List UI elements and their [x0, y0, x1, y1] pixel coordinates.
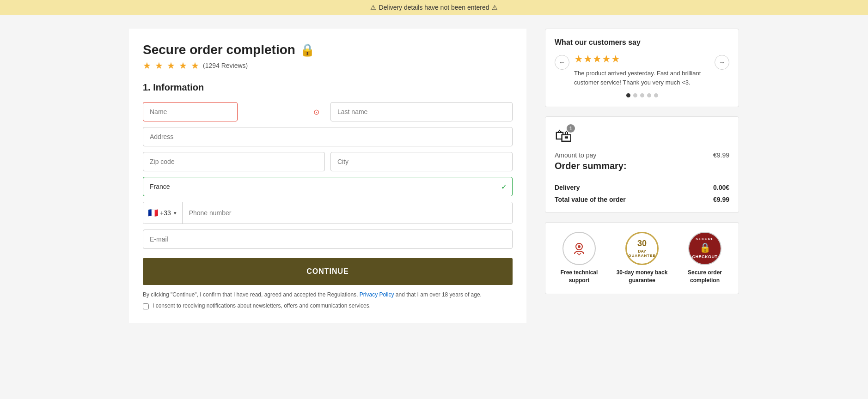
city-input[interactable] — [330, 152, 513, 171]
zip-city-row — [143, 152, 513, 171]
alert-message: Delivery details have not been entered — [379, 4, 489, 11]
star-4: ★ — [179, 60, 187, 71]
prefix-code: +33 — [160, 209, 171, 217]
phone-input[interactable] — [183, 202, 512, 224]
zip-input[interactable] — [143, 152, 325, 171]
left-panel: Secure order completion 🔒 ★ ★ ★ ★ ★ (129… — [129, 29, 526, 323]
secure-label: Secure order completion — [676, 269, 734, 284]
svg-point-1 — [578, 245, 581, 248]
reviews-card: What our customers say ← ★★★★★ The produ… — [545, 29, 739, 107]
flag-icon: 🇫🇷 — [148, 208, 158, 218]
alert-icon: ⚠ — [370, 4, 376, 11]
delivery-label: Delivery — [555, 184, 580, 191]
review-content: ★★★★★ The product arrived yesterday. Fas… — [574, 53, 710, 87]
dot-2 — [633, 93, 637, 97]
right-panel: What our customers say ← ★★★★★ The produ… — [545, 29, 739, 323]
phone-row: 🇫🇷 +33 ▼ — [143, 202, 513, 224]
phone-prefix[interactable]: 🇫🇷 +33 ▼ — [143, 202, 183, 224]
address-input[interactable] — [143, 127, 513, 146]
divider — [555, 178, 729, 178]
bag-icon-wrap: 🛍 1 — [555, 126, 572, 146]
dot-4 — [647, 93, 651, 97]
newsletter-checkbox[interactable] — [143, 303, 149, 309]
secure-bottom-text: CHECKOUT — [692, 254, 718, 260]
review-nav: ← ★★★★★ The product arrived yesterday. F… — [555, 53, 729, 87]
last-name-input[interactable] — [330, 102, 513, 121]
email-row — [143, 230, 513, 249]
consent-text: By clicking "Continue", I confirm that I… — [143, 291, 513, 298]
alert-banner: ⚠ Delivery details have not been entered… — [0, 0, 868, 15]
alert-icon-right: ⚠ — [492, 4, 498, 11]
page-title-row: Secure order completion 🔒 — [143, 42, 513, 57]
delivery-value: 0.00€ — [713, 184, 729, 191]
name-row: ⊙ — [143, 102, 513, 121]
secure-top-text: SECURE — [696, 237, 714, 242]
amount-row: Amount to pay €9.99 — [555, 151, 729, 159]
name-error-icon: ⊙ — [313, 108, 319, 116]
newsletter-row: I consent to receiving notifications abo… — [143, 302, 513, 309]
privacy-link[interactable]: Privacy Policy — [360, 291, 394, 298]
name-input-wrap: ⊙ — [143, 102, 325, 121]
delivery-row: Delivery 0.00€ — [555, 184, 729, 191]
amount-value: €9.99 — [713, 151, 729, 159]
prefix-dropdown-icon: ▼ — [173, 211, 177, 216]
dot-3 — [640, 93, 644, 97]
email-input[interactable] — [143, 230, 513, 249]
dot-1 — [626, 93, 630, 97]
next-review-button[interactable]: → — [715, 55, 729, 70]
newsletter-label: I consent to receiving notifications abo… — [153, 302, 371, 309]
last-name-field — [330, 102, 513, 121]
support-badge: Free technical support — [550, 232, 608, 284]
order-card: 🛍 1 Amount to pay €9.99 Order summary: D… — [545, 116, 739, 213]
star-3: ★ — [167, 60, 175, 71]
email-field — [143, 230, 513, 249]
lock-icon: 🔒 — [300, 43, 315, 57]
trust-badges: Free technical support 30 DAY GUARANTEE … — [545, 222, 739, 294]
star-2: ★ — [155, 60, 163, 71]
total-label: Total value of the order — [555, 196, 626, 203]
review-dots — [555, 93, 729, 97]
country-field: France Germany Spain Italy United Kingdo… — [143, 177, 513, 196]
money-day-label: DAY — [638, 249, 646, 254]
review-stars: ★★★★★ — [574, 53, 710, 65]
prev-review-button[interactable]: ← — [555, 55, 569, 70]
secure-lock-icon: 🔒 — [699, 242, 711, 254]
money-guarantee-label: GUARANTEE — [628, 254, 656, 258]
total-value: €9.99 — [713, 196, 729, 203]
country-row: France Germany Spain Italy United Kingdo… — [143, 177, 513, 196]
city-field — [330, 152, 513, 171]
dot-5 — [654, 93, 658, 97]
money-back-badge: 30 DAY GUARANTEE 30-day money back guara… — [613, 232, 671, 284]
continue-button[interactable]: CONTINUE — [143, 258, 513, 285]
address-row — [143, 127, 513, 146]
name-field: ⊙ — [143, 102, 325, 121]
secure-badge-icon: SECURE 🔒 CHECKOUT — [688, 232, 721, 265]
review-text: The product arrived yesterday. Fast and … — [574, 69, 710, 87]
address-field — [143, 127, 513, 146]
money-day-number: 30 — [637, 239, 647, 249]
country-select[interactable]: France Germany Spain Italy United Kingdo… — [143, 177, 513, 196]
money-badge-icon: 30 DAY GUARANTEE — [625, 232, 659, 265]
support-label: Free technical support — [550, 269, 608, 284]
secure-checkout-badge: SECURE 🔒 CHECKOUT Secure order completio… — [676, 232, 734, 284]
total-row: Total value of the order €9.99 — [555, 196, 729, 203]
main-layout: Secure order completion 🔒 ★ ★ ★ ★ ★ (129… — [110, 15, 758, 337]
section-title: 1. Information — [143, 82, 513, 93]
cart-badge: 1 — [567, 124, 575, 133]
reviews-card-title: What our customers say — [555, 38, 729, 47]
amount-label: Amount to pay — [555, 151, 596, 159]
stars-row: ★ ★ ★ ★ ★ (1294 Reviews) — [143, 60, 513, 71]
order-summary-title: Order summary: — [555, 161, 729, 171]
reviews-count: (1294 Reviews) — [203, 62, 248, 69]
page-title-text: Secure order completion — [143, 42, 295, 57]
name-input[interactable] — [143, 102, 238, 121]
star-half: ★ — [191, 60, 199, 71]
money-back-label: 30-day money back guarantee — [613, 269, 671, 284]
zip-field — [143, 152, 325, 171]
star-1: ★ — [143, 60, 151, 71]
support-icon — [562, 232, 596, 265]
